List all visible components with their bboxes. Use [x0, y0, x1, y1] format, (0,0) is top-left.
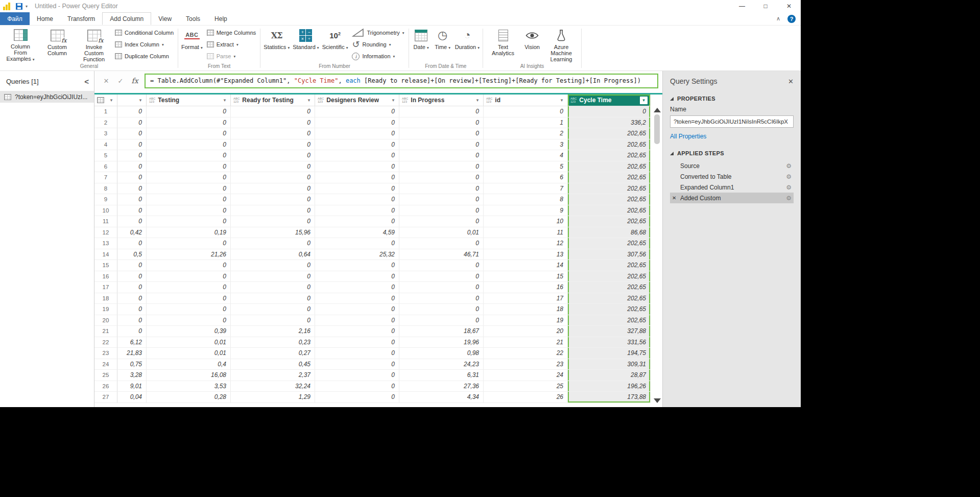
table-cell[interactable]: 19,96	[399, 337, 484, 348]
row-number[interactable]: 8	[94, 183, 117, 195]
table-cell[interactable]: 336,2	[568, 117, 651, 129]
row-number[interactable]: 20	[94, 315, 117, 326]
table-cell[interactable]: 0	[399, 117, 484, 129]
azure-machine-learning-button[interactable]: Azure Machine Learning	[543, 26, 580, 63]
tab-help[interactable]: Help	[207, 12, 234, 25]
table-cell[interactable]: 0	[315, 392, 399, 403]
scroll-up-arrow-icon[interactable]	[654, 108, 661, 112]
row-number[interactable]: 3	[94, 128, 117, 139]
table-cell[interactable]: 0	[315, 315, 399, 326]
close-settings-icon[interactable]: ✕	[788, 78, 794, 85]
table-cell[interactable]: 2,16	[231, 326, 315, 337]
table-cell[interactable]: 0	[147, 117, 231, 129]
parse-button[interactable]: Parse▾	[204, 52, 259, 61]
table-cell[interactable]: 0	[147, 293, 231, 304]
table-cell[interactable]: 0	[315, 260, 399, 271]
table-cell[interactable]: 202,65	[568, 282, 651, 293]
table-cell[interactable]: 0	[117, 106, 147, 117]
table-cell[interactable]: 24,23	[399, 359, 484, 370]
table-cell[interactable]: 0	[315, 150, 399, 161]
table-cell[interactable]: 0	[231, 172, 315, 183]
step-settings-gear-icon[interactable]: ⚙	[786, 184, 792, 191]
table-cell[interactable]: 202,65	[568, 128, 651, 139]
table-cell[interactable]: 0	[315, 348, 399, 359]
table-cell[interactable]: 0	[117, 260, 147, 271]
quick-access-dropdown-icon[interactable]: ▾	[26, 4, 28, 9]
table-cell[interactable]: 3	[484, 139, 568, 151]
table-cell[interactable]: 0,01	[147, 337, 231, 348]
table-cell[interactable]: 0	[231, 139, 315, 151]
table-cell[interactable]: 4	[484, 150, 568, 161]
row-number[interactable]: 25	[94, 370, 117, 381]
format-button[interactable]: ABCFormat ▾	[180, 26, 204, 63]
table-cell[interactable]: 0,75	[117, 359, 147, 370]
query-name-input[interactable]	[670, 115, 794, 128]
table-cell[interactable]: 0	[147, 150, 231, 161]
table-cell[interactable]: 202,65	[568, 238, 651, 249]
table-cell[interactable]: 202,65	[568, 315, 651, 326]
filter-dropdown-icon[interactable]: ▾	[473, 96, 482, 104]
table-cell[interactable]: 202,65	[568, 304, 651, 315]
tab-transform[interactable]: Transform	[60, 12, 102, 25]
table-cell[interactable]: 0	[147, 282, 231, 293]
table-cell[interactable]: 12	[484, 238, 568, 249]
table-cell[interactable]: 0,28	[147, 392, 231, 403]
table-cell[interactable]: 0	[231, 161, 315, 173]
table-cell[interactable]: 0	[117, 172, 147, 183]
table-cell[interactable]: 0	[315, 183, 399, 195]
table-cell[interactable]: 20	[484, 326, 568, 337]
table-cell[interactable]: 0,01	[147, 348, 231, 359]
table-cell[interactable]: 202,65	[568, 139, 651, 151]
collapse-ribbon-icon[interactable]: ∧	[776, 15, 780, 22]
row-number[interactable]: 23	[94, 348, 117, 359]
vision-button[interactable]: Vision	[521, 26, 543, 63]
table-cell[interactable]: 0	[147, 216, 231, 227]
table-cell[interactable]: 1,29	[231, 392, 315, 403]
table-cell[interactable]: 331,56	[568, 337, 651, 348]
table-cell[interactable]: 0	[315, 205, 399, 217]
query-list-item[interactable]: ?token=eyJhbGciOiJIUzI...	[0, 91, 94, 103]
table-cell[interactable]: 0,01	[399, 227, 484, 239]
column-from-examples-button[interactable]: Column From Examples ▾	[2, 26, 39, 63]
table-cell[interactable]: 0	[484, 106, 568, 117]
column-header-designers-review[interactable]: ABC123Designers Review▾	[315, 94, 399, 106]
table-cell[interactable]: 0	[315, 172, 399, 183]
table-cell[interactable]: 19	[484, 315, 568, 326]
table-cell[interactable]: 309,31	[568, 359, 651, 370]
column-header-testing[interactable]: ABC123Testing▾	[147, 94, 231, 106]
table-cell[interactable]: 0	[399, 172, 484, 183]
formula-input[interactable]: = Table.AddColumn(#"Expanded Column1", "…	[145, 74, 658, 88]
applied-step-expanded-column1[interactable]: Expanded Column1⚙	[670, 182, 794, 193]
table-cell[interactable]: 0	[315, 194, 399, 205]
row-number[interactable]: 2	[94, 117, 117, 129]
row-number[interactable]: 22	[94, 337, 117, 348]
table-cell[interactable]: 0	[117, 128, 147, 139]
conditional-column-button[interactable]: Conditional Column	[112, 28, 176, 37]
table-cell[interactable]: 0	[399, 293, 484, 304]
table-cell[interactable]: 22	[484, 348, 568, 359]
information-button[interactable]: iInformation▾	[349, 52, 407, 61]
table-cell[interactable]: 0	[117, 205, 147, 217]
table-cell[interactable]: 0	[147, 172, 231, 183]
table-cell[interactable]: 25	[484, 381, 568, 392]
table-cell[interactable]: 0	[315, 304, 399, 315]
table-cell[interactable]: 0	[399, 304, 484, 315]
table-cell[interactable]: 0,5	[117, 249, 147, 261]
table-cell[interactable]: 0	[315, 271, 399, 282]
table-cell[interactable]: 6	[484, 172, 568, 183]
table-cell[interactable]: 0	[399, 260, 484, 271]
table-cell[interactable]: 0,39	[147, 326, 231, 337]
table-cell[interactable]: 0	[231, 183, 315, 195]
custom-column-button[interactable]: fxCustom Column	[39, 26, 76, 63]
table-cell[interactable]: 18	[484, 304, 568, 315]
scrollbar-thumb[interactable]	[654, 114, 660, 144]
table-cell[interactable]: 202,65	[568, 205, 651, 217]
table-cell[interactable]: 0	[315, 117, 399, 129]
table-cell[interactable]: 9	[484, 205, 568, 217]
table-cell[interactable]: 0,04	[117, 392, 147, 403]
table-cell[interactable]: 0	[399, 315, 484, 326]
table-cell[interactable]: 0	[231, 282, 315, 293]
table-cell[interactable]: 8	[484, 194, 568, 205]
table-cell[interactable]: 0	[231, 205, 315, 217]
table-cell[interactable]: 0,19	[147, 227, 231, 239]
